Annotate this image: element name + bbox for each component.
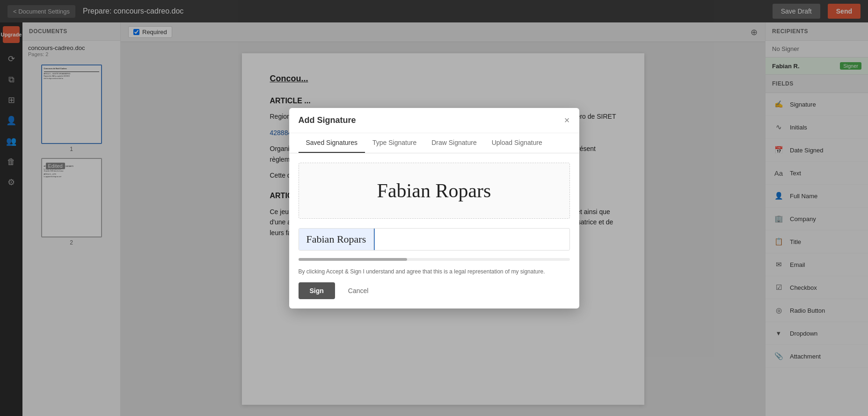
modal-tab-saved-signatures[interactable]: Saved Signatures [299, 133, 365, 153]
signature-options[interactable]: Fabian Ropars [299, 228, 570, 251]
modal-tab-upload-signature[interactable]: Upload Signature [484, 133, 550, 153]
modal-overlay[interactable]: Add Signature × Saved SignaturesType Sig… [0, 0, 868, 416]
modal-tab-draw-signature[interactable]: Draw Signature [424, 133, 484, 153]
modal-body: Fabian Ropars Fabian Ropars By clicking … [289, 153, 579, 308]
modal-tab-type-signature[interactable]: Type Signature [365, 133, 424, 153]
sig-option-1[interactable]: Fabian Ropars [299, 229, 374, 250]
modal-close-button[interactable]: × [564, 115, 570, 125]
scroll-thumb [299, 258, 407, 261]
modal-actions: Sign Cancel [299, 282, 570, 299]
signature-display: Fabian Ropars [377, 179, 491, 202]
signature-scroll-container: Fabian Ropars [299, 228, 570, 251]
signature-preview: Fabian Ropars [299, 163, 570, 219]
sign-button[interactable]: Sign [299, 282, 335, 299]
modal-tabs: Saved SignaturesType SignatureDraw Signa… [289, 133, 579, 153]
cancel-button[interactable]: Cancel [341, 282, 376, 299]
legal-text: By clicking Accept & Sign I understand a… [299, 268, 570, 275]
scroll-track[interactable] [299, 258, 570, 261]
add-signature-modal: Add Signature × Saved SignaturesType Sig… [289, 108, 579, 308]
modal-title: Add Signature [299, 115, 356, 125]
modal-header: Add Signature × [289, 108, 579, 133]
